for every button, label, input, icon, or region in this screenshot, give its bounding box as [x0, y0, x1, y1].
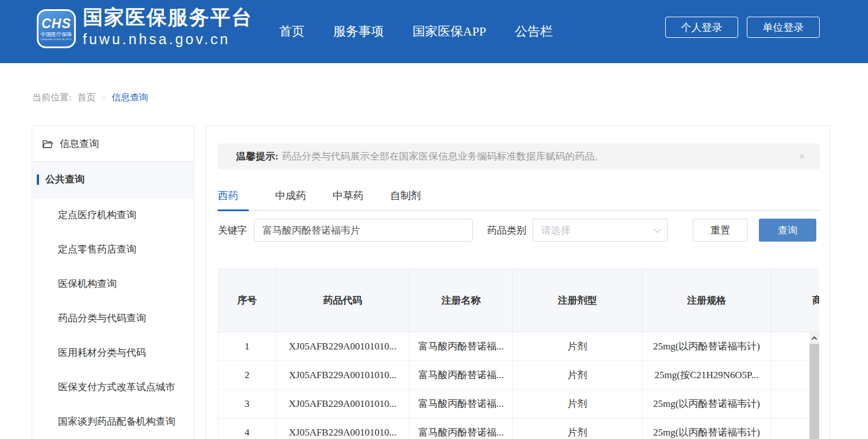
table-cell: 4 — [218, 418, 276, 439]
reset-button[interactable]: 重置 — [693, 219, 748, 242]
table-cell: 25mg(以丙酚替诺福韦计) — [642, 390, 771, 418]
scrollbar-thumb[interactable] — [809, 344, 819, 439]
sidebar-item-drug-classification-codes[interactable]: 药品分类与代码查询 — [32, 301, 194, 335]
table-cell: 富马酸丙酚替诺福... — [410, 390, 513, 418]
sidebar-item-medical-consumables-codes[interactable]: 医用耗材分类与代码 — [32, 335, 194, 370]
table-grid: 序号 药品代码 注册名称 注册剂型 注册规格 商 1 XJ05AFB229A00… — [218, 269, 819, 439]
logo-cn-text: 中国医疗保障 — [41, 32, 72, 38]
page: CHS 中国医疗保障 CHINA HEALTHCARE SECURITY 国家医… — [0, 0, 868, 439]
query-button[interactable]: 查询 — [759, 219, 816, 242]
active-marker — [37, 174, 39, 185]
sidebar-item-public-query[interactable]: 公共查询 — [32, 162, 194, 197]
scrollbar-up-button[interactable] — [809, 332, 819, 344]
results-table: 序号 药品代码 注册名称 注册剂型 注册规格 商 1 XJ05AFB229A00… — [218, 269, 819, 439]
breadcrumb-separator-icon: > — [101, 94, 106, 103]
logo-abbr: CHS — [41, 17, 71, 30]
column-header-registered-spec: 注册规格 — [642, 269, 771, 332]
nav-item-home[interactable]: 首页 — [279, 23, 304, 40]
table-cell: 片剂 — [513, 361, 642, 390]
table-cell: XJ05AFB229A00101010... — [276, 418, 410, 439]
notice-title: 温馨提示: — [236, 150, 279, 163]
folder-icon — [42, 138, 53, 150]
tab-western-medicine[interactable]: 西药 — [218, 184, 249, 210]
site-logo: CHS 中国医疗保障 CHINA HEALTHCARE SECURITY 国家医… — [37, 6, 253, 48]
sidebar: 信息查询 公共查询 定点医疗机构查询 定点零售药店查询 医保机构查询 药品分类与… — [32, 126, 194, 439]
search-form: 关键字 药品类别 请选择 重置 查询 — [218, 219, 820, 242]
site-url: fuwu.nhsa.gov.cn — [83, 30, 253, 48]
personal-login-button[interactable]: 个人登录 — [665, 17, 738, 38]
table-cell: 片剂 — [513, 332, 642, 361]
table-cell: XJ05AFB229A00101010... — [276, 361, 410, 390]
sidebar-active-label: 公共查询 — [45, 173, 84, 186]
table-cell: XJ05AFB229A00101010... — [276, 332, 410, 361]
sidebar-header-info-query[interactable]: 信息查询 — [32, 126, 194, 162]
column-header-index: 序号 — [218, 269, 276, 332]
notice-text: 药品分类与代码展示全部在国家医保信息业务编码标准数据库赋码的药品。 — [282, 150, 799, 163]
column-header-partial: 商 — [771, 269, 819, 332]
drug-category-select[interactable]: 请选择 — [533, 219, 668, 242]
nav-item-announcements[interactable]: 公告栏 — [515, 23, 553, 40]
logo-text: 国家医保服务平台 fuwu.nhsa.gov.cn — [83, 6, 253, 48]
table-cell: XJ05AFB229A00101010... — [276, 390, 410, 418]
table-cell: 1 — [218, 332, 276, 361]
column-header-registered-form: 注册剂型 — [513, 269, 642, 332]
vertical-scrollbar[interactable] — [809, 332, 819, 439]
select-placeholder: 请选择 — [541, 224, 570, 237]
login-group: 个人登录 单位登录 — [665, 17, 820, 38]
table-cell: 2 — [218, 361, 276, 390]
table-cell: 富马酸丙酚替诺福... — [410, 361, 513, 390]
column-header-drug-code: 药品代码 — [276, 269, 410, 332]
breadcrumb-home-link[interactable]: 首页 — [77, 92, 95, 104]
drug-category-label: 药品类别 — [487, 224, 526, 237]
tab-chinese-herbal-medicine[interactable]: 中草药 — [333, 184, 364, 210]
sidebar-header-label: 信息查询 — [60, 137, 99, 150]
breadcrumb-current[interactable]: 信息查询 — [111, 92, 148, 104]
unit-login-button[interactable]: 单位登录 — [747, 17, 820, 38]
table-cell: 25mg(以丙酚替诺福韦计) — [642, 332, 771, 361]
chevron-down-icon — [654, 226, 661, 233]
top-nav: 首页 服务事项 国家医保APP 公告栏 — [279, 0, 553, 63]
tab-bar: 西药 中成药 中草药 自制剂 — [218, 184, 820, 211]
tab-chinese-patent-medicine[interactable]: 中成药 — [275, 184, 306, 210]
main-panel: 温馨提示: 药品分类与代码展示全部在国家医保信息业务编码标准数据库赋码的药品。 … — [206, 126, 830, 439]
table-cell: 富马酸丙酚替诺福... — [410, 332, 513, 361]
close-icon[interactable]: × — [799, 151, 805, 162]
breadcrumb: 当前位置: 首页 > 信息查询 — [32, 92, 148, 104]
table-cell: 25mg(按C21H29N6O5P... — [642, 361, 771, 390]
logo-en-text: CHINA HEALTHCARE SECURITY — [40, 38, 72, 41]
table-cell: 片剂 — [513, 390, 642, 418]
site-title: 国家医保服务平台 — [83, 6, 253, 30]
nav-item-app[interactable]: 国家医保APP — [412, 23, 486, 40]
keyword-label: 关键字 — [218, 224, 247, 237]
sidebar-item-designated-retail-pharmacies[interactable]: 定点零售药店查询 — [32, 232, 194, 266]
column-header-registered-name: 注册名称 — [410, 269, 513, 332]
breadcrumb-prefix: 当前位置: — [32, 92, 71, 104]
notice-bar: 温馨提示: 药品分类与代码展示全部在国家医保信息业务编码标准数据库赋码的药品。 … — [218, 143, 820, 169]
sidebar-item-negotiated-drug-institutions[interactable]: 国家谈判药品配备机构查询 — [32, 404, 194, 438]
table-cell: 富马酸丙酚替诺福... — [410, 418, 513, 439]
sidebar-item-designated-medical-institutions[interactable]: 定点医疗机构查询 — [32, 197, 194, 232]
table-cell: 3 — [218, 390, 276, 418]
site-header: CHS 中国医疗保障 CHINA HEALTHCARE SECURITY 国家医… — [0, 0, 868, 63]
tab-self-prepared[interactable]: 自制剂 — [390, 184, 421, 210]
sidebar-item-insurance-agencies[interactable]: 医保机构查询 — [32, 266, 194, 301]
keyword-input[interactable] — [254, 219, 473, 242]
chs-logo-icon: CHS 中国医疗保障 CHINA HEALTHCARE SECURITY — [37, 9, 76, 48]
sidebar-item-payment-reform-pilot-cities[interactable]: 医保支付方式改革试点城市 — [32, 370, 194, 404]
nav-item-services[interactable]: 服务事项 — [333, 23, 384, 40]
table-cell: 25mg(以丙酚替诺福韦计) — [642, 418, 771, 439]
chevron-up-icon — [812, 336, 817, 341]
table-cell: 片剂 — [513, 418, 642, 439]
